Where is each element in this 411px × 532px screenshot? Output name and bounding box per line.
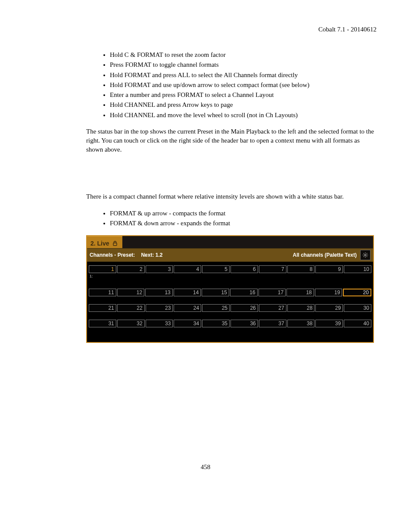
channel-cell[interactable]: 13: [145, 289, 173, 296]
channel-cell[interactable]: 22: [117, 304, 145, 312]
list-item: Hold CHANNEL and press Arrow keys to pag…: [110, 100, 377, 109]
svg-line-8: [367, 253, 367, 254]
status-next-label: Next: 1.2: [141, 252, 162, 258]
channel-cell[interactable]: 8: [287, 265, 315, 273]
channel-grid: 1 2 3 4 5 6 7 8 9 10 1: 11 12 13 14: [87, 262, 373, 342]
channel-cell[interactable]: 1: [89, 265, 116, 273]
channel-cell[interactable]: 3: [146, 265, 173, 273]
list-item: FORMAT & up arrow - compacts the format: [110, 209, 377, 218]
channel-cell[interactable]: 11: [89, 289, 116, 296]
app-screenshot: 2. Live Channels - Preset: Next: 1.2 All…: [86, 235, 374, 343]
tab-row: 2. Live: [87, 236, 373, 248]
channel-row: 11 12 13 14 15 16 17 18 19 20: [89, 289, 371, 296]
list-item: Hold CHANNEL and move the level wheel to…: [110, 111, 377, 119]
page-number: 458: [34, 464, 377, 471]
channel-cell[interactable]: 21: [89, 304, 116, 312]
channel-cell[interactable]: 14: [174, 289, 201, 296]
channel-cell[interactable]: 18: [286, 289, 314, 296]
channel-cell[interactable]: 34: [174, 320, 201, 327]
channel-sublabel: 1:: [89, 273, 118, 279]
list-item: Hold C & FORMAT to reset the zoom factor: [110, 50, 377, 59]
channel-cell[interactable]: 2: [117, 265, 145, 273]
svg-line-6: [364, 253, 364, 254]
channel-cell[interactable]: 33: [146, 320, 173, 327]
channel-cell[interactable]: 30: [344, 304, 371, 312]
channel-cell[interactable]: 12: [117, 289, 145, 296]
tab-live[interactable]: 2. Live: [87, 236, 122, 248]
channel-cell[interactable]: 37: [259, 320, 286, 327]
channel-cell[interactable]: 32: [117, 320, 145, 327]
channel-cell[interactable]: 39: [315, 320, 343, 327]
channel-cell[interactable]: 17: [258, 289, 286, 296]
bullet-list-1: Hold C & FORMAT to reset the zoom factor…: [86, 50, 377, 119]
channel-cell[interactable]: 10: [344, 265, 371, 273]
channel-cell[interactable]: 28: [287, 304, 315, 312]
svg-point-1: [364, 254, 366, 256]
channel-cell[interactable]: 35: [202, 320, 230, 327]
channel-cell[interactable]: 20: [343, 289, 371, 296]
svg-rect-0: [113, 243, 117, 246]
paragraph-compact-format: There is a compact channel format where …: [86, 192, 377, 201]
channel-cell[interactable]: 7: [259, 265, 286, 273]
svg-line-9: [364, 256, 364, 257]
channel-cell[interactable]: 27: [259, 304, 286, 312]
status-bar[interactable]: Channels - Preset: Next: 1.2 All channel…: [87, 248, 373, 262]
doc-header: Cobalt 7.1 - 20140612: [86, 26, 377, 33]
channel-cell[interactable]: 19: [315, 289, 342, 296]
channel-cell[interactable]: 24: [174, 304, 201, 312]
channel-cell[interactable]: 36: [230, 320, 258, 327]
svg-line-7: [367, 256, 367, 257]
paragraph-status-bar: The status bar in the top shows the curr…: [86, 127, 377, 154]
channel-cell[interactable]: 26: [230, 304, 258, 312]
channel-cell[interactable]: 38: [287, 320, 315, 327]
channel-cell[interactable]: 25: [202, 304, 230, 312]
list-item: Press FORMAT to toggle channel formats: [110, 60, 377, 69]
channel-cell[interactable]: 23: [146, 304, 173, 312]
channel-cell[interactable]: 4: [174, 265, 201, 273]
tab-label: 2. Live: [90, 240, 109, 247]
channel-row: 1 2 3 4 5 6 7 8 9 10: [89, 265, 371, 273]
lock-icon: [112, 240, 118, 246]
list-item: FORMAT & down arrow - expands the format: [110, 219, 377, 227]
bullet-list-2: FORMAT & up arrow - compacts the format …: [86, 209, 377, 228]
channel-cell[interactable]: 6: [230, 265, 258, 273]
list-item: Hold FORMAT and press ALL to select the …: [110, 71, 377, 79]
channel-cell[interactable]: 31: [89, 320, 116, 327]
channel-cell[interactable]: 5: [202, 265, 230, 273]
channel-cell[interactable]: 15: [202, 289, 229, 296]
channel-cell[interactable]: 40: [344, 320, 371, 327]
channel-cell[interactable]: 16: [230, 289, 258, 296]
status-format-label: All channels (Palette Text): [293, 252, 357, 258]
channel-row: 21 22 23 24 25 26 27 28 29 30: [89, 304, 371, 312]
gear-button[interactable]: [360, 250, 371, 260]
status-preset-label: Channels - Preset:: [90, 252, 135, 258]
list-item: Hold FORMAT and use up/down arrow to sel…: [110, 81, 377, 89]
channel-row: 31 32 33 34 35 36 37 38 39 40: [89, 320, 371, 327]
channel-cell[interactable]: 29: [315, 304, 343, 312]
channel-cell[interactable]: 9: [315, 265, 343, 273]
channel-subrow: 1:: [89, 273, 371, 279]
list-item: Enter a number and press FORMAT to selec…: [110, 90, 377, 99]
